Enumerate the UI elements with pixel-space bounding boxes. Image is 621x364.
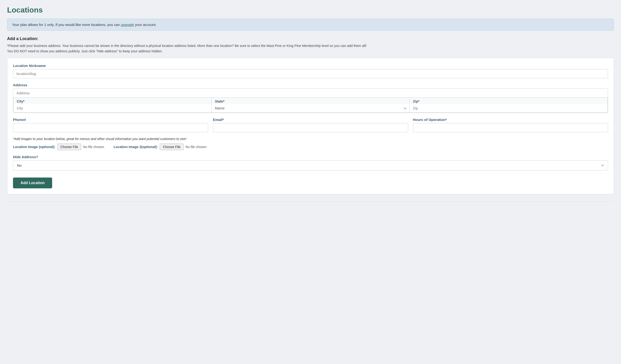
address-input[interactable] [13,89,608,98]
address-label: Address [13,83,608,87]
image1-no-file-text: No file chosen [83,145,104,149]
image1-upload-group: Location Image (optional): Choose File N… [13,144,104,150]
images-row: Location Image (optional): Choose File N… [13,144,608,150]
phone-label: Phone# [13,118,208,122]
address-outer: City* State* Maine Alabama Alaska Arizon… [13,88,608,113]
state-select[interactable]: Maine Alabama Alaska Arizona Arkansas Ca… [212,104,410,113]
city-cell: City* [14,98,212,113]
banner-text-prefix: Your plan allows for 1 only. If you woul… [12,23,121,27]
hours-group: Hours of Operation* [413,118,608,132]
state-cell: State* Maine Alabama Alaska Arizona Arka… [212,98,410,113]
image2-choose-file-button[interactable]: Choose File [160,144,184,150]
email-group: Email* [213,118,408,132]
hours-input[interactable] [413,123,608,132]
form-description: *Please add your business address. Your … [7,43,614,54]
image2-upload-group: Location Image 2(optional): Choose File … [114,144,207,150]
image1-label: Location Image (optional): [13,145,55,149]
address-section: Address City* State* Maine Alabama Alask… [13,83,608,113]
hide-address-select[interactable]: No Yes [13,160,608,170]
phone-input[interactable] [13,123,208,132]
page-title: Locations [7,6,614,14]
hide-address-label: Hide Address? [13,155,608,159]
state-label: State* [212,98,410,104]
info-banner: Your plan allows for 1 only. If you woul… [7,19,614,31]
location-form-card: Location Nickname Address City* State* M… [7,58,614,194]
image1-choose-file-button[interactable]: Choose File [57,144,81,150]
email-input[interactable] [213,123,408,132]
images-note: *Add images to your location below, grea… [13,137,608,141]
description-line2: You DO NOT need to show you address publ… [7,49,163,53]
email-label: Email* [213,118,408,122]
nickname-input[interactable] [13,69,608,78]
image2-label: Location Image 2(optional): [114,145,158,149]
city-label: City* [14,98,211,104]
hours-label: Hours of Operation* [413,118,608,122]
nickname-group: Location Nickname [13,64,608,78]
zip-cell: Zip* [410,98,607,113]
add-location-heading: Add a Location: [7,36,614,41]
image2-no-file-text: No file chosen [186,145,207,149]
city-input[interactable] [14,104,211,113]
upgrade-link[interactable]: upgrade [121,23,134,27]
phone-email-hours-row: Phone# Email* Hours of Operation* [13,118,608,132]
phone-group: Phone# [13,118,208,132]
bottom-divider [7,201,614,201]
zip-input[interactable] [410,104,607,113]
city-state-zip-row: City* State* Maine Alabama Alaska Arizon… [13,98,608,113]
banner-text-suffix: your account. [134,23,156,27]
zip-label: Zip* [410,98,607,104]
add-location-button[interactable]: Add Location [13,178,52,188]
description-line1: *Please add your business address. Your … [7,44,366,48]
hide-address-section: Hide Address? No Yes [13,155,608,170]
nickname-label: Location Nickname [13,64,608,68]
